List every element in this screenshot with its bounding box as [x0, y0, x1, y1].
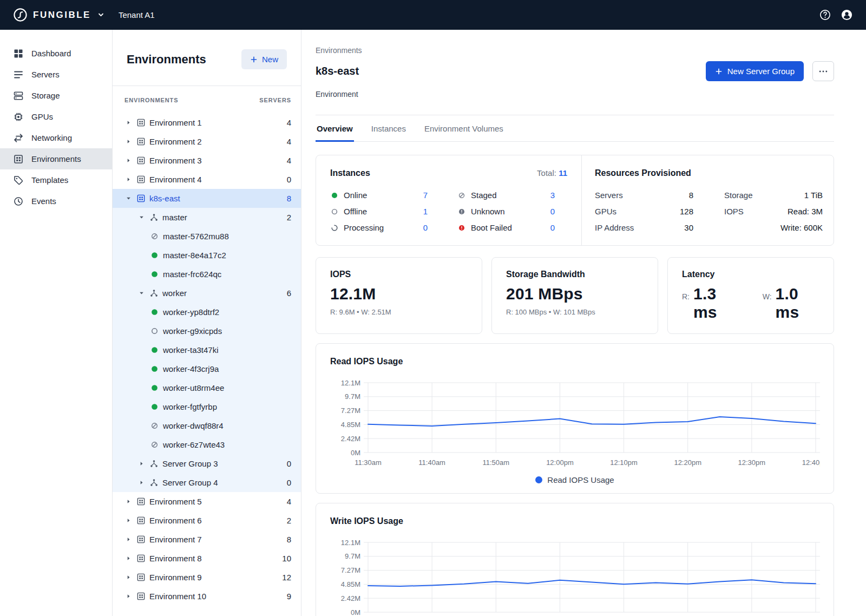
- caret-right-icon[interactable]: [126, 139, 136, 145]
- status-offline: Offline1: [330, 207, 428, 216]
- svg-text:12.1M: 12.1M: [341, 379, 360, 387]
- tree-row-worker[interactable]: worker6: [113, 284, 301, 303]
- sidebar-item-gpus[interactable]: GPUs: [0, 106, 112, 127]
- instances-total-value[interactable]: 11: [559, 168, 567, 178]
- tree-row-environment-4[interactable]: Environment 40: [113, 170, 301, 189]
- tree-column-header: ENVIRONMENTS SERVERS: [113, 86, 301, 110]
- latency-values: R:1.3 msW:1.0 ms: [682, 285, 819, 322]
- status-value[interactable]: 0: [423, 223, 428, 232]
- avatar-icon[interactable]: [841, 9, 853, 21]
- chevron-down-icon[interactable]: [97, 11, 104, 18]
- more-button[interactable]: [812, 61, 834, 81]
- chart-plot: 12.1M9.7M7.27M4.85M2.42M0M11:30am11:40am…: [330, 376, 819, 471]
- tree-row-label: Environment 6: [149, 516, 287, 525]
- caret-down-icon[interactable]: [139, 290, 149, 297]
- tree-row-server-group-4[interactable]: Server Group 40: [113, 473, 301, 492]
- status-value[interactable]: 7: [423, 191, 428, 200]
- tab-overview[interactable]: Overview: [316, 115, 354, 142]
- topbar-actions: [819, 9, 853, 21]
- tree-row-environment-6[interactable]: Environment 62: [113, 511, 301, 530]
- tree-row-master-frc624qc[interactable]: master-frc624qc: [113, 265, 301, 284]
- tree-row-environment-7[interactable]: Environment 78: [113, 530, 301, 549]
- tree-row-label: worker: [162, 289, 287, 298]
- tree-row-environment-3[interactable]: Environment 34: [113, 151, 301, 170]
- resources-section: Resources Provisioned Servers8Storage1 T…: [581, 155, 836, 245]
- server-count: 8: [287, 535, 291, 544]
- tree-row-worker-fgtfyrbp[interactable]: worker-fgtfyrbp: [113, 397, 301, 416]
- server-count: 4: [287, 137, 291, 146]
- resource-value: Write: 600K: [780, 223, 823, 232]
- tree-row-environment-5[interactable]: Environment 54: [113, 492, 301, 511]
- tree-row-environment-1[interactable]: Environment 14: [113, 113, 301, 132]
- status-value[interactable]: 0: [550, 223, 555, 232]
- sidebar-item-networking[interactable]: Networking: [0, 127, 112, 148]
- caret-right-icon[interactable]: [126, 536, 136, 543]
- tree-row-worker-dwqf88r4[interactable]: worker-dwqf88r4: [113, 416, 301, 435]
- sidebar-item-label: Events: [31, 196, 56, 206]
- svg-text:12:30pm: 12:30pm: [738, 458, 766, 467]
- breadcrumb[interactable]: Environments: [316, 46, 834, 55]
- sidebar-item-templates[interactable]: Templates: [0, 169, 112, 191]
- metric-value: 1.3 ms: [693, 285, 738, 322]
- tree-row-environment-2[interactable]: Environment 24: [113, 132, 301, 151]
- status-value[interactable]: 0: [550, 207, 555, 216]
- sidebar-item-label: Storage: [31, 91, 60, 100]
- caret-right-icon[interactable]: [139, 461, 149, 467]
- tab-environment-volumes[interactable]: Environment Volumes: [423, 115, 504, 142]
- caret-down-icon[interactable]: [126, 195, 136, 202]
- tree-row-worker-yp8dtrf2[interactable]: worker-yp8dtrf2: [113, 303, 301, 322]
- svg-text:12:10pm: 12:10pm: [610, 458, 638, 467]
- tree-row-label: worker-g9xicpds: [163, 326, 291, 336]
- tree-row-master-5762mu88[interactable]: master-5762mu88: [113, 227, 301, 246]
- tree-row-environment-8[interactable]: Environment 810: [113, 549, 301, 568]
- networking-icon: [13, 133, 24, 143]
- column-header-servers: SERVERS: [259, 97, 291, 103]
- sidebar-item-events[interactable]: Events: [0, 191, 112, 212]
- caret-down-icon[interactable]: [139, 214, 149, 221]
- online-icon: [330, 191, 339, 200]
- caret-right-icon[interactable]: [126, 499, 136, 505]
- caret-right-icon[interactable]: [126, 517, 136, 524]
- new-environment-button-label: New: [262, 55, 278, 64]
- brand[interactable]: FUNGIBLE: [13, 8, 104, 22]
- help-icon[interactable]: [819, 9, 831, 21]
- resource-value: 8: [689, 191, 693, 200]
- tree-row-master-8e4a17c2[interactable]: master-8e4a17c2: [113, 246, 301, 265]
- new-server-group-label: New Server Group: [727, 67, 795, 76]
- caret-right-icon[interactable]: [139, 480, 149, 486]
- sidebar-item-storage[interactable]: Storage: [0, 85, 112, 106]
- sidebar-item-environments[interactable]: Environments: [0, 148, 112, 169]
- tree-row-master[interactable]: master2: [113, 208, 301, 227]
- new-server-group-button[interactable]: New Server Group: [706, 61, 804, 81]
- caret-right-icon[interactable]: [126, 120, 136, 126]
- server-count: 8: [287, 194, 291, 203]
- staged-icon: [457, 191, 466, 200]
- tree-row-environment-10[interactable]: Environment 109: [113, 587, 301, 606]
- new-environment-button[interactable]: New: [241, 49, 287, 69]
- panel-title: Environments: [127, 53, 206, 67]
- status-value[interactable]: 3: [550, 191, 555, 200]
- topbar: FUNGIBLE Tenant A1: [0, 0, 866, 30]
- status-value[interactable]: 1: [423, 207, 428, 216]
- caret-right-icon[interactable]: [126, 555, 136, 562]
- caret-right-icon[interactable]: [126, 176, 136, 183]
- tree-row-worker-4f3crj9a[interactable]: worker-4f3crj9a: [113, 359, 301, 378]
- tree-row-server-group-3[interactable]: Server Group 30: [113, 454, 301, 473]
- tree-row-label: Environment 2: [149, 137, 287, 146]
- tree-row-label: Environment 8: [149, 554, 282, 563]
- caret-right-icon[interactable]: [126, 158, 136, 164]
- legend-dot-icon: [535, 476, 542, 483]
- tab-instances[interactable]: Instances: [370, 115, 407, 142]
- tree-row-worker-ta3t47ki[interactable]: worker-ta3t47ki: [113, 340, 301, 359]
- tree-row-worker-6z7wte43[interactable]: worker-6z7wte43: [113, 435, 301, 454]
- tree-row-worker-g9xicpds[interactable]: worker-g9xicpds: [113, 322, 301, 340]
- caret-right-icon[interactable]: [126, 593, 136, 600]
- tree-row-label: master-8e4a17c2: [163, 251, 291, 260]
- sidebar-item-dashboard[interactable]: Dashboard: [0, 43, 112, 64]
- sidebar-item-label: Servers: [31, 70, 60, 79]
- tree-row-k8s-east[interactable]: k8s-east8: [113, 189, 301, 208]
- tree-row-worker-ut8rm4ee[interactable]: worker-ut8rm4ee: [113, 378, 301, 397]
- tree-row-environment-9[interactable]: Environment 912: [113, 568, 301, 587]
- sidebar-item-servers[interactable]: Servers: [0, 64, 112, 85]
- caret-right-icon[interactable]: [126, 574, 136, 581]
